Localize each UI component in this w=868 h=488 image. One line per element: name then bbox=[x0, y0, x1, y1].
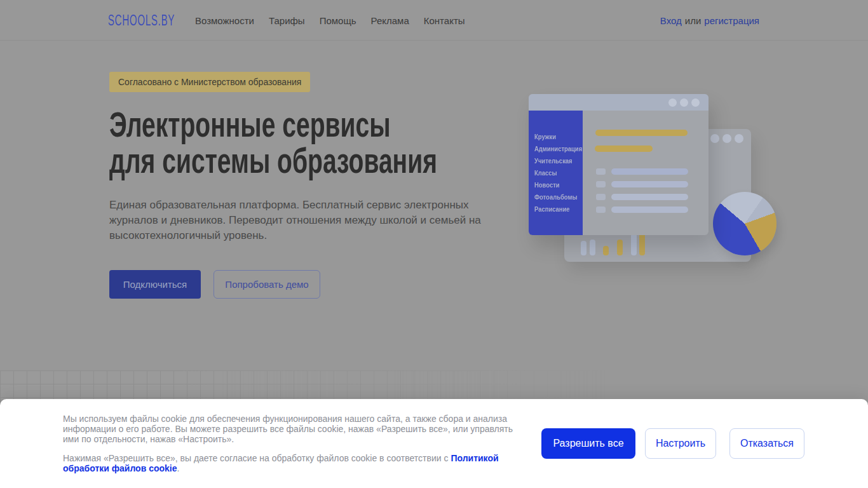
chart-bar bbox=[590, 240, 595, 255]
page-title: Электронные сервисы для системы образова… bbox=[109, 107, 571, 179]
window-titlebar bbox=[529, 94, 709, 111]
login-link[interactable]: Вход bbox=[660, 15, 682, 26]
nav-item-help[interactable]: Помощь bbox=[320, 15, 356, 26]
register-link[interactable]: регистрация bbox=[704, 15, 759, 26]
chart-bar bbox=[631, 233, 637, 255]
row-checkbox-shape bbox=[596, 181, 606, 187]
chart-bar bbox=[581, 241, 587, 255]
title-line-2: для системы образования bbox=[109, 143, 437, 179]
top-navigation-bar: SCHOOLS.BY Возможности Тарифы Помощь Рек… bbox=[0, 0, 868, 41]
content-row-bar bbox=[611, 194, 688, 200]
content-row-bar bbox=[611, 168, 688, 175]
sidebar-item-photo-albums: Фотоальбомы bbox=[529, 191, 578, 203]
content-row-bar bbox=[611, 207, 688, 213]
window-dots-icon bbox=[710, 134, 743, 143]
auth-separator: или bbox=[685, 15, 702, 26]
connect-button[interactable]: Подключиться bbox=[109, 270, 201, 299]
title-line-1: Электронные сервисы bbox=[109, 107, 391, 143]
row-checkbox-shape bbox=[596, 194, 606, 200]
configure-cookies-button[interactable]: Настроить bbox=[645, 428, 716, 459]
window-dots-icon bbox=[668, 98, 700, 107]
sidebar-item-administration: Администрация bbox=[529, 143, 578, 155]
cookie-paragraph-2-suffix: . bbox=[177, 463, 180, 473]
auth-links: Вход или регистрация bbox=[660, 0, 759, 41]
content-row-bar bbox=[611, 181, 688, 187]
cookie-paragraph-1: Мы используем файлы cookie для обеспечен… bbox=[63, 414, 520, 444]
sidebar-item-classes: Классы bbox=[529, 167, 578, 179]
illustration-sidebar-menu: Кружки Администрация Учительская Классы … bbox=[529, 111, 583, 235]
hero-illustration: Кружки Администрация Учительская Классы … bbox=[521, 89, 763, 330]
chart-bar bbox=[603, 246, 609, 255]
schools-by-logo[interactable]: SCHOOLS.BY bbox=[108, 0, 210, 41]
sidebar-item-clubs: Кружки bbox=[529, 131, 578, 143]
try-demo-button[interactable]: Попробовать демо bbox=[214, 270, 320, 299]
logo-text: SCHOOLS.BY bbox=[108, 12, 175, 29]
cookie-consent-banner: Мы используем файлы cookie для обеспечен… bbox=[0, 399, 868, 488]
nav-item-ads[interactable]: Реклама bbox=[371, 15, 409, 26]
main-nav: Возможности Тарифы Помощь Реклама Контак… bbox=[195, 0, 465, 41]
sidebar-item-schedule: Расписание bbox=[529, 203, 578, 215]
row-checkbox-shape bbox=[596, 207, 606, 213]
cookie-paragraph-2: Нажимая «Разрешить все», вы даете соглас… bbox=[63, 453, 520, 473]
chart-bar bbox=[639, 233, 645, 255]
illustration-pie-chart bbox=[713, 192, 776, 255]
illustration-front-window: Кружки Администрация Учительская Классы … bbox=[529, 94, 709, 235]
ministry-approval-badge: Согласовано с Министерством образования bbox=[109, 72, 310, 92]
row-checkbox-shape bbox=[596, 168, 606, 175]
cookie-actions: Разрешить все Настроить Отказаться bbox=[541, 428, 804, 459]
content-highlight-bar bbox=[595, 146, 653, 152]
content-highlight-bar bbox=[595, 130, 688, 136]
nav-item-features[interactable]: Возможности bbox=[195, 15, 254, 26]
cookie-paragraph-2-prefix: Нажимая «Разрешить все», вы даете соглас… bbox=[63, 453, 451, 463]
nav-item-pricing[interactable]: Тарифы bbox=[269, 15, 305, 26]
chart-bar bbox=[617, 240, 623, 255]
sidebar-item-teachers-room: Учительская bbox=[529, 155, 578, 167]
decline-cookies-button[interactable]: Отказаться bbox=[729, 428, 804, 459]
hero-cta-group: Подключиться Попробовать демо bbox=[109, 270, 320, 299]
allow-all-cookies-button[interactable]: Разрешить все bbox=[541, 428, 635, 459]
cookie-consent-text: Мы используем файлы cookie для обеспечен… bbox=[63, 414, 520, 473]
nav-item-contacts[interactable]: Контакты bbox=[424, 15, 465, 26]
hero-description: Единая образовательная платформа. Беспла… bbox=[109, 198, 485, 243]
sidebar-item-news: Новости bbox=[529, 179, 578, 191]
